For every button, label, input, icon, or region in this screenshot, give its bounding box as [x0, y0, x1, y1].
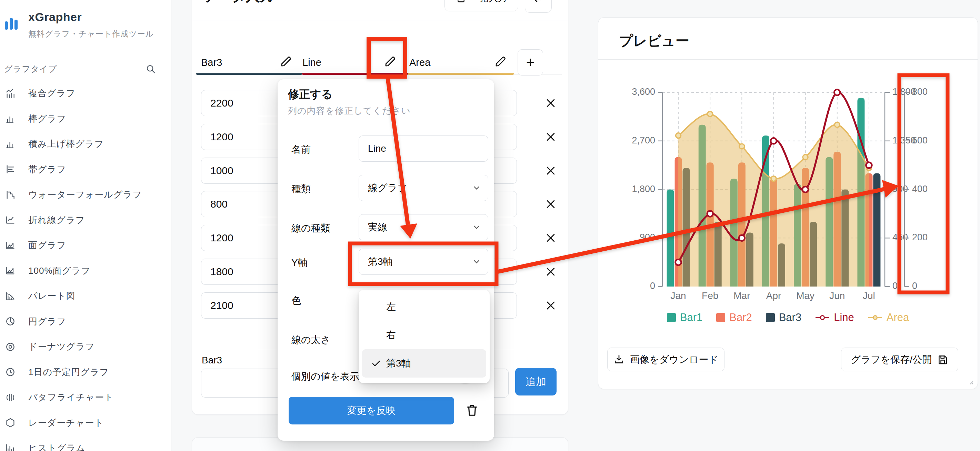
- sidebar-item-折れ線グラフ[interactable]: 折れ線グラフ: [0, 208, 171, 233]
- svg-text:450: 450: [892, 232, 908, 242]
- close-icon: [545, 232, 557, 244]
- svg-text:1,800: 1,800: [632, 184, 655, 194]
- svg-text:800: 800: [912, 87, 928, 97]
- svg-text:Apr: Apr: [766, 290, 781, 301]
- download-image-button[interactable]: 画像をダウンロード: [607, 348, 724, 372]
- y-axis-option-左[interactable]: 左: [362, 293, 486, 321]
- y-axis-select[interactable]: 第3軸: [359, 249, 488, 275]
- footer-series-label: Bar3: [202, 355, 222, 366]
- remove-row-button[interactable]: [542, 297, 559, 314]
- clipboard-icon: [456, 0, 466, 3]
- legend-item-Bar1[interactable]: Bar1: [667, 311, 702, 324]
- tab-underline-Area: [408, 73, 514, 75]
- svg-text:Feb: Feb: [702, 290, 718, 301]
- svg-text:0: 0: [912, 281, 917, 291]
- line-style-field-label: 線の種類: [291, 222, 330, 235]
- edit-series-pencil-icon[interactable]: [493, 54, 508, 70]
- legend-item-Bar2[interactable]: Bar2: [716, 311, 752, 324]
- preview-header-divider: [598, 59, 978, 60]
- save-publish-button[interactable]: グラフを保存/公開: [841, 348, 958, 372]
- svg-text:Jul: Jul: [863, 290, 875, 301]
- tab-Line[interactable]: Line: [302, 57, 321, 68]
- name-field-label: 名前: [291, 143, 311, 156]
- sidebar: xGrapher 無料グラフ・チャート作成ツール グラフタイプ 複合グラフ棒グラ…: [0, 0, 171, 451]
- name-input[interactable]: Line: [359, 135, 488, 162]
- svg-text:3,600: 3,600: [632, 87, 655, 97]
- add-value-button[interactable]: 追加: [515, 368, 557, 395]
- area-chart-icon: [5, 240, 16, 251]
- svg-text:600: 600: [912, 135, 928, 146]
- close-icon: [545, 165, 557, 176]
- sidebar-item-1日の予定円グラフ[interactable]: 1日の予定円グラフ: [0, 360, 171, 385]
- clock-chart-icon: [5, 367, 16, 378]
- legend-marker-icon: [815, 314, 830, 321]
- remove-row-button[interactable]: [542, 196, 559, 213]
- type-select[interactable]: 線グラフ: [359, 175, 488, 201]
- delete-series-button[interactable]: [462, 400, 482, 421]
- sidebar-item-積み上げ棒グラフ[interactable]: 積み上げ棒グラフ: [0, 131, 171, 157]
- svg-text:Jun: Jun: [829, 290, 845, 301]
- trash-icon: [466, 403, 479, 418]
- legend-item-Bar3[interactable]: Bar3: [766, 311, 801, 324]
- close-icon: [545, 97, 557, 109]
- color-field-label: 色: [291, 294, 301, 307]
- remove-row-button[interactable]: [542, 129, 559, 145]
- close-icon: [545, 266, 557, 278]
- edit-series-modal: 修正する 列の内容を修正してください 名前 Line 種類 線グラフ 線の種類 …: [278, 79, 494, 441]
- line-style-select[interactable]: 実線: [359, 214, 488, 240]
- search-icon[interactable]: [146, 64, 156, 74]
- chevron-down-icon: [472, 223, 481, 232]
- bar-chart-icon: [5, 113, 16, 124]
- y-axis-option-第3軸[interactable]: 第3軸: [362, 349, 486, 378]
- sidebar-item-棒グラフ[interactable]: 棒グラフ: [0, 106, 171, 132]
- pie-chart-icon: [5, 316, 16, 327]
- tab-Area[interactable]: Area: [409, 57, 430, 68]
- sidebar-item-レーダーチャート[interactable]: レーダーチャート: [0, 410, 171, 436]
- apply-changes-button[interactable]: 変更を反映: [289, 397, 454, 424]
- save-icon: [937, 354, 948, 365]
- sidebar-item-100%面グラフ[interactable]: 100%面グラフ: [0, 258, 171, 284]
- sidebar-item-帯グラフ[interactable]: 帯グラフ: [0, 157, 171, 183]
- sidebar-item-パレート図[interactable]: パレート図: [0, 283, 171, 309]
- preview-chart: 09001,8002,7003,60004509001,3501,8000200…: [598, 62, 978, 311]
- remove-row-button[interactable]: [542, 230, 559, 246]
- sidebar-item-面グラフ[interactable]: 面グラフ: [0, 233, 171, 258]
- tab-Bar3[interactable]: Bar3: [201, 57, 222, 68]
- add-series-button[interactable]: +: [518, 49, 543, 76]
- sidebar-item-ヒストグラム[interactable]: ヒストグラム: [0, 435, 171, 451]
- butterfly-chart-icon: [5, 392, 16, 403]
- line-width-field-label: 線の太さ: [291, 333, 330, 346]
- edit-series-pencil-icon[interactable]: [278, 54, 293, 70]
- download-icon: [613, 354, 624, 365]
- logo[interactable]: xGrapher 無料グラフ・チャート作成ツール: [5, 10, 154, 39]
- modal-title: 修正する: [288, 87, 333, 102]
- graph-type-list: 複合グラフ棒グラフ積み上げ棒グラフ帯グラフウォーターフォールグラフ折れ線グラフ面…: [0, 81, 171, 451]
- remove-row-button[interactable]: [542, 95, 559, 111]
- chevron-down-icon: [472, 183, 481, 192]
- bulk-input-button[interactable]: 一括入力: [444, 0, 518, 11]
- donut-chart-icon: [5, 341, 16, 353]
- sidebar-item-バタフライチャート[interactable]: バタフライチャート: [0, 385, 171, 410]
- legend-item-Area[interactable]: Area: [868, 311, 909, 324]
- sidebar-item-複合グラフ[interactable]: 複合グラフ: [0, 81, 171, 106]
- undo-button[interactable]: [525, 0, 552, 13]
- svg-text:Jan: Jan: [670, 290, 686, 301]
- preview-card: プレビュー 09001,8002,7003,60004509001,3501,8…: [598, 17, 978, 389]
- resize-handle-icon[interactable]: [965, 376, 974, 386]
- sidebar-item-ウォーターフォールグラフ[interactable]: ウォーターフォールグラフ: [0, 182, 171, 208]
- close-icon: [545, 198, 557, 210]
- tab-underline-Bar3: [196, 73, 302, 75]
- app-title: xGrapher: [28, 10, 154, 24]
- graph-type-section-label: グラフタイプ: [4, 64, 57, 75]
- legend-item-Line[interactable]: Line: [815, 311, 854, 324]
- edit-series-pencil-icon[interactable]: [382, 54, 398, 70]
- sidebar-item-ドーナツグラフ[interactable]: ドーナツグラフ: [0, 334, 171, 360]
- combo-chart-icon: [5, 88, 16, 99]
- remove-row-button[interactable]: [542, 162, 559, 179]
- svg-text:Mar: Mar: [733, 290, 750, 301]
- remove-row-button[interactable]: [542, 264, 559, 280]
- type-field-label: 種類: [291, 183, 311, 195]
- band-chart-icon: [5, 164, 16, 175]
- sidebar-item-円グラフ[interactable]: 円グラフ: [0, 309, 171, 335]
- y-axis-option-右[interactable]: 右: [362, 321, 486, 349]
